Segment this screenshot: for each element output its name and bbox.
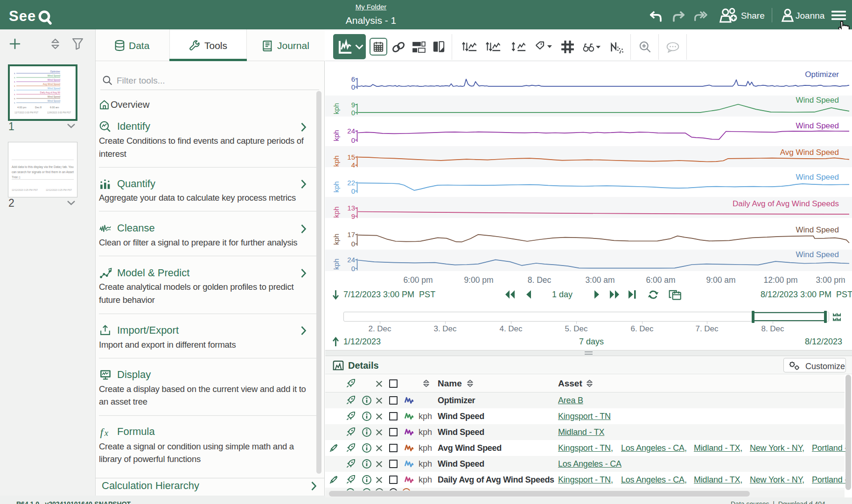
svg-text:Dec 8: Dec 8: [35, 106, 42, 109]
svg-text:Avg Wind Speed: Avg Wind Speed: [43, 83, 60, 85]
svg-text:9: 9: [351, 212, 355, 220]
svg-text:Avg Wind Speed: Avg Wind Speed: [780, 148, 839, 157]
svg-text:3:00 am: 3:00 am: [585, 275, 615, 285]
svg-text:kph: kph: [332, 207, 340, 218]
svg-text:0: 0: [351, 187, 355, 195]
svg-text:s: s: [14, 93, 15, 96]
svg-text:Wind Speed: Wind Speed: [796, 225, 839, 234]
svg-text:kph: kph: [332, 103, 340, 114]
svg-text:Wind Speed: Wind Speed: [48, 74, 60, 77]
svg-text:0: 0: [351, 83, 355, 91]
svg-text:kph: kph: [332, 130, 340, 141]
svg-text:0: 0: [351, 109, 355, 117]
svg-text:6:00 pm: 6:00 pm: [403, 275, 433, 285]
svg-text:Wind Speed: Wind Speed: [796, 121, 839, 130]
svg-text:13: 13: [347, 204, 355, 212]
svg-text:s: s: [14, 84, 15, 87]
svg-text:8. Dec: 8. Dec: [528, 275, 552, 285]
svg-text:Wind Speed: Wind Speed: [48, 95, 60, 98]
svg-text:kph: kph: [332, 259, 340, 270]
svg-text:kph: kph: [332, 181, 340, 192]
svg-text:12/7/2023 3:00 PM PST: 12/7/2023 3:00 PM PST: [14, 112, 38, 114]
svg-text:kph: kph: [332, 234, 340, 245]
svg-text:15: 15: [347, 153, 355, 161]
svg-text:s: s: [14, 89, 15, 91]
svg-text:s: s: [14, 101, 15, 104]
svg-text:s: s: [14, 76, 15, 79]
svg-text:24: 24: [347, 256, 355, 264]
svg-text:0: 0: [351, 240, 355, 248]
svg-text:s: s: [14, 72, 15, 75]
svg-text:9:00 pm: 9:00 pm: [464, 275, 493, 285]
svg-text:kph: kph: [332, 155, 340, 167]
svg-text:Optimizer: Optimizer: [50, 70, 61, 73]
svg-text:6:00 am: 6:00 am: [50, 106, 59, 109]
svg-text:6: 6: [351, 75, 355, 83]
svg-text:Wind Speed: Wind Speed: [48, 99, 60, 102]
svg-text:s: s: [14, 80, 15, 83]
svg-text:22: 22: [347, 179, 355, 187]
svg-text:9:00 am: 9:00 am: [706, 275, 735, 285]
svg-text:s: s: [14, 97, 15, 100]
svg-text:24: 24: [347, 127, 355, 135]
svg-text:Wind Speed: Wind Speed: [796, 173, 839, 182]
svg-text:9: 9: [351, 101, 355, 109]
svg-text:12:00 pm: 12:00 pm: [764, 275, 798, 285]
svg-text:x: x: [104, 428, 109, 438]
svg-text:12/8/2023 3:00 PM PST: 12/8/2023 3:00 PM PST: [47, 112, 71, 114]
svg-text:Optimizer: Optimizer: [805, 70, 839, 79]
svg-text:Wind Speed: Wind Speed: [48, 78, 60, 81]
svg-text:4:00 pm: 4:00 pm: [17, 106, 27, 109]
svg-text:Daily Avg of Avg Wind Speeds: Daily Avg of Avg Wind Speeds: [733, 199, 839, 208]
svg-text:0: 0: [351, 265, 355, 273]
svg-text:3:00 pm: 3:00 pm: [816, 275, 845, 285]
svg-text:Wind Speed: Wind Speed: [48, 87, 60, 90]
svg-text:Daily Avg of Avg Wi: Daily Avg of Avg Wi: [40, 91, 60, 94]
svg-text:4: 4: [351, 161, 355, 169]
svg-text:Wind Speed: Wind Speed: [796, 96, 839, 105]
svg-text:Wind Speed: Wind Speed: [796, 250, 839, 259]
svg-text:6:00 am: 6:00 am: [646, 275, 675, 285]
svg-text:0: 0: [351, 136, 355, 144]
svg-text:17: 17: [347, 231, 355, 238]
